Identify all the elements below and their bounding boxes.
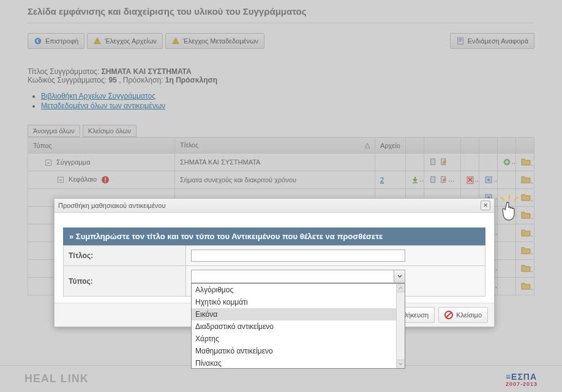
scroll-up-icon[interactable] <box>397 284 405 292</box>
title-input[interactable] <box>191 250 405 262</box>
close-icon: ✕ <box>483 202 488 209</box>
dialog-form: Τίτλος: Τύπος: ! <box>63 245 485 297</box>
field-type-label: Τύπος: <box>64 266 186 297</box>
type-option[interactable]: Μαθηματικό αντικείμενο <box>192 345 396 357</box>
cancel-icon <box>444 311 453 319</box>
chevron-down-icon <box>394 270 405 283</box>
type-option[interactable]: Διαδραστικό αντικείμενο <box>192 320 396 333</box>
add-object-dialog: Προσθήκη μαθησιακού αντικειμένου ✕ » Συμ… <box>54 198 495 327</box>
field-title-cell <box>186 246 485 266</box>
field-title-label: Τίτλος: <box>64 246 186 266</box>
type-option[interactable]: Εικόνα <box>192 308 396 320</box>
dialog-titlebar: Προσθήκη μαθησιακού αντικειμένου ✕ <box>54 199 494 213</box>
dialog-close-button[interactable]: ✕ <box>481 201 490 210</box>
type-option[interactable]: Ηχητικό κομμάτι <box>192 296 396 308</box>
dialog-body: » Συμπληρώστε τον τίτλο και τον τύπο του… <box>54 213 494 303</box>
type-select-value <box>192 270 394 283</box>
field-type-cell: ! Αλγόριθμος Ηχητικό κομμάτι Εικόνα Διαδ… <box>186 266 485 297</box>
close-button[interactable]: Κλείσιμο <box>438 307 488 323</box>
type-option[interactable]: Χάρτης <box>192 333 396 345</box>
type-select[interactable] <box>191 270 405 283</box>
scroll-down-icon[interactable] <box>397 360 405 368</box>
type-option[interactable]: Πίνακας <box>192 357 396 368</box>
dialog-section-header: » Συμπληρώστε τον τίτλο και τον τύπο του… <box>63 227 485 245</box>
close-button-label: Κλείσιμο <box>456 311 482 319</box>
type-dropdown: Αλγόριθμος Ηχητικό κομμάτι Εικόνα Διαδρα… <box>191 283 405 369</box>
type-options-list: Αλγόριθμος Ηχητικό κομμάτι Εικόνα Διαδρα… <box>192 284 396 368</box>
dialog-title: Προσθήκη μαθησιακού αντικειμένου <box>58 202 165 209</box>
type-option[interactable]: Αλγόριθμος <box>192 284 396 296</box>
dropdown-scrollbar[interactable] <box>396 284 405 368</box>
type-select-wrap: ! Αλγόριθμος Ηχητικό κομμάτι Εικόνα Διαδ… <box>191 270 405 292</box>
